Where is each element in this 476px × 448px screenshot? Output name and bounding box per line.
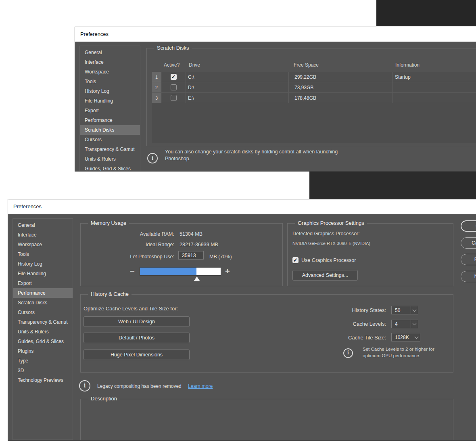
optimize-cache-label: Optimize Cache Levels and Tile Size for:	[84, 306, 178, 312]
sidebar-item-guides-grid-slices[interactable]: Guides, Grid & Slices	[80, 164, 140, 171]
drive-cell: D:\	[186, 82, 289, 92]
info-icon	[147, 153, 158, 163]
chevron-down-icon	[413, 308, 417, 312]
section-legend: Description	[88, 396, 120, 402]
sidebar-item-type[interactable]: Type	[13, 356, 73, 366]
sidebar-item-workspace[interactable]: Workspace	[13, 240, 73, 249]
scratch-disk-table: 1 C:\ 299,22GB Startup 2 D:\	[152, 72, 476, 143]
row-number: 1	[152, 72, 161, 82]
sidebar-item-performance[interactable]: Performance	[80, 115, 140, 125]
dropdown-arrow-button[interactable]	[411, 306, 418, 314]
sidebar-item-plugins[interactable]: Plugins	[13, 346, 73, 356]
row-number: 3	[152, 93, 161, 103]
let-photoshop-use-label: Let Photoshop Use:	[106, 254, 174, 260]
sidebar-item-file-handling[interactable]: File Handling	[13, 269, 73, 278]
free-space-cell: 73,93GB	[289, 82, 392, 92]
sidebar-item-interface[interactable]: Interface	[80, 57, 140, 67]
sidebar-item-performance[interactable]: Performance	[13, 288, 73, 298]
learn-more-link[interactable]: Learn more	[188, 383, 213, 389]
sidebar-item-units-rulers[interactable]: Units & Rulers	[80, 154, 140, 164]
sidebar-item-units-rulers[interactable]: Units & Rulers	[13, 327, 73, 337]
history-states-label: History States:	[317, 307, 386, 313]
section-legend: Memory Usage	[88, 220, 129, 226]
ideal-range-value: 28217-36939 MB	[180, 242, 218, 247]
column-header-information: Information	[395, 62, 420, 68]
active-checkbox[interactable]	[171, 74, 177, 80]
desktop: Preferences General Interface Workspace …	[0, 0, 476, 448]
information-cell	[392, 82, 476, 92]
cache-levels-dropdown[interactable]: 4	[391, 320, 418, 328]
sidebar-item-history-log[interactable]: History Log	[13, 259, 73, 269]
sidebar-item-general[interactable]: General	[80, 48, 140, 57]
info-icon	[79, 380, 90, 391]
information-cell	[392, 93, 476, 103]
detected-gpu-label: Detected Graphics Processor:	[292, 231, 360, 237]
prev-button[interactable]: Prev	[461, 254, 476, 265]
sidebar-item-tools[interactable]: Tools	[13, 249, 73, 259]
active-checkbox[interactable]	[171, 84, 177, 90]
sidebar-item-transparency-gamut[interactable]: Transparency & Gamut	[13, 317, 73, 327]
next-button[interactable]: Next	[461, 271, 476, 282]
preset-huge-pixel-button[interactable]: Huge Pixel Dimensions	[84, 350, 190, 360]
sidebar-item-scratch-disks[interactable]: Scratch Disks	[13, 298, 73, 308]
dropdown-arrow-button[interactable]	[413, 333, 420, 341]
title-bar[interactable]: Preferences	[75, 27, 476, 42]
sidebar-item-export[interactable]: Export	[80, 106, 140, 115]
cancel-button[interactable]: Cancel	[461, 237, 476, 249]
dropdown-arrow-button[interactable]	[411, 320, 418, 328]
preferences-sidebar: General Interface Workspace Tools Histor…	[79, 46, 140, 171]
sidebar-item-export[interactable]: Export	[13, 278, 73, 288]
gpu-tip-line2: optimum GPU performance.	[363, 353, 420, 358]
dialog-body: General Interface Workspace Tools Histor…	[8, 214, 476, 440]
scratch-disks-section: Scratch Disks Active? Drive Free Space I…	[146, 48, 476, 146]
sidebar-item-file-handling[interactable]: File Handling	[80, 96, 140, 106]
memory-slider-fill	[140, 268, 196, 275]
table-row[interactable]: 2 D:\ 73,93GB	[152, 82, 476, 93]
sidebar-item-tools[interactable]: Tools	[80, 77, 140, 86]
sidebar-item-transparency-gamut[interactable]: Transparency & Gamut	[80, 144, 140, 154]
sidebar-item-cursors[interactable]: Cursors	[13, 308, 73, 317]
sidebar-item-history-log[interactable]: History Log	[80, 86, 140, 96]
scratch-tip-line1: You can also change your scratch disks b…	[165, 149, 338, 155]
preset-default-photos-button[interactable]: Default / Photos	[84, 333, 190, 343]
sidebar-item-cursors[interactable]: Cursors	[80, 135, 140, 144]
memory-usage-section: Memory Usage Available RAM: 51304 MB Ide…	[80, 223, 283, 286]
title-bar[interactable]: Preferences	[8, 199, 476, 214]
available-ram-label: Available RAM:	[106, 231, 174, 237]
active-checkbox-cell	[161, 93, 186, 103]
row-number: 2	[152, 82, 161, 92]
table-row[interactable]: 1 C:\ 299,22GB Startup	[152, 72, 476, 82]
preferences-dialog-scratch-disks: Preferences General Interface Workspace …	[75, 27, 476, 172]
chevron-down-icon	[413, 321, 417, 325]
minus-icon[interactable]: −	[130, 267, 135, 275]
memory-slider-thumb[interactable]	[194, 276, 200, 281]
sidebar-item-3d[interactable]: 3D	[13, 366, 73, 375]
section-legend: Scratch Disks	[154, 45, 192, 51]
let-photoshop-use-suffix: MB (70%)	[209, 254, 232, 260]
let-photoshop-use-input[interactable]	[178, 251, 204, 260]
detected-gpu-value: NVIDIA GeForce RTX 3060 Ti (NVIDIA)	[292, 241, 370, 246]
advanced-settings-button[interactable]: Advanced Settings...	[292, 270, 358, 281]
sidebar-item-interface[interactable]: Interface	[13, 230, 73, 240]
cache-tile-size-dropdown[interactable]: 1028K	[391, 333, 420, 341]
sidebar-item-general[interactable]: General	[13, 220, 73, 230]
desktop-dark-region-middle	[309, 172, 476, 199]
plus-icon[interactable]: +	[225, 267, 230, 275]
sidebar-item-guides-grid-slices[interactable]: Guides, Grid & Slices	[13, 337, 73, 346]
use-gpu-checkbox[interactable]	[292, 257, 299, 263]
free-space-cell: 178,48GB	[289, 93, 392, 103]
sidebar-item-workspace[interactable]: Workspace	[80, 67, 140, 77]
active-checkbox[interactable]	[171, 95, 177, 101]
ok-button[interactable]: OK	[461, 220, 476, 232]
sidebar-item-technology-previews[interactable]: Technology Previews	[13, 375, 73, 385]
description-section: Description	[80, 399, 453, 440]
memory-slider-track[interactable]	[140, 267, 221, 276]
scratch-tip-line2: Photoshop.	[165, 156, 190, 161]
preset-web-ui-button[interactable]: Web / UI Design	[84, 316, 190, 327]
table-row[interactable]: 3 E:\ 178,48GB	[152, 93, 476, 103]
drive-cell: E:\	[186, 93, 289, 103]
section-legend: History & Cache	[88, 291, 132, 297]
sidebar-item-scratch-disks[interactable]: Scratch Disks	[80, 125, 140, 135]
use-gpu-label: Use Graphics Processor	[301, 257, 356, 263]
history-states-dropdown[interactable]: 50	[391, 306, 418, 314]
